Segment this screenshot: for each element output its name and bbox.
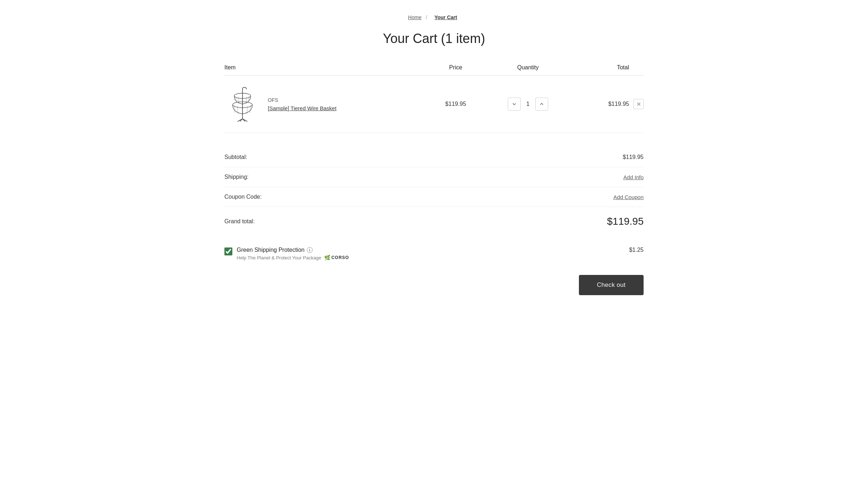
- subtotal-value: $119.95: [623, 154, 644, 160]
- shipping-protection-section: Green Shipping Protection ℹ Help The Pla…: [224, 240, 644, 268]
- item-col: OFS [Sample] Tiered Wire Basket: [224, 84, 420, 124]
- quantity-increase-button[interactable]: [535, 98, 548, 111]
- svg-line-8: [234, 105, 235, 113]
- protection-left: Green Shipping Protection ℹ Help The Pla…: [224, 247, 349, 260]
- price-col: $119.95: [420, 101, 492, 107]
- breadcrumb-current: Your Cart: [434, 14, 457, 20]
- remove-col: ✕: [629, 99, 644, 109]
- total-col: $119.95: [564, 101, 629, 107]
- green-shipping-checkbox[interactable]: [224, 247, 232, 255]
- page-wrapper: Home / Your Cart Your Cart (1 item) Item…: [217, 0, 651, 310]
- svg-line-12: [250, 105, 251, 113]
- protection-title: Green Shipping Protection ℹ: [237, 247, 349, 253]
- add-info-link[interactable]: Add Info: [623, 174, 644, 180]
- protection-text: Green Shipping Protection ℹ Help The Pla…: [237, 247, 349, 260]
- svg-line-6: [248, 96, 249, 103]
- coupon-label: Coupon Code:: [224, 194, 262, 200]
- header-quantity: Quantity: [492, 64, 564, 71]
- cart-table: Item Price Quantity Total: [224, 64, 644, 133]
- header-spacer: [629, 64, 644, 71]
- page-title: Your Cart (1 item): [224, 31, 644, 46]
- chevron-down-icon: [512, 103, 516, 105]
- shipping-label: Shipping:: [224, 174, 249, 180]
- coupon-row: Coupon Code: Add Coupon: [224, 187, 644, 207]
- grand-total-value: $119.95: [607, 216, 644, 227]
- breadcrumb-home-link[interactable]: Home: [408, 14, 421, 20]
- remove-item-button[interactable]: ✕: [633, 99, 644, 109]
- chevron-up-icon: [540, 103, 543, 105]
- protection-price: $1.25: [629, 247, 644, 253]
- quantity-value: 1: [521, 101, 535, 107]
- quantity-col: 1: [492, 98, 564, 111]
- checkout-button[interactable]: Check out: [579, 275, 644, 295]
- breadcrumb-separator: /: [426, 14, 427, 20]
- info-icon[interactable]: ℹ: [307, 247, 313, 253]
- corso-leaf-icon: 🌿: [324, 255, 331, 260]
- checkout-section: Check out: [224, 275, 644, 295]
- shipping-row: Shipping: Add Info: [224, 167, 644, 187]
- product-image-svg: [228, 86, 257, 122]
- product-info: OFS [Sample] Tiered Wire Basket: [268, 97, 336, 111]
- add-coupon-link[interactable]: Add Coupon: [614, 194, 644, 200]
- header-item: Item: [224, 64, 420, 71]
- svg-line-2: [236, 96, 237, 103]
- cart-summary: Subtotal: $119.95 Shipping: Add Info Cou…: [224, 147, 644, 295]
- grand-total-row: Grand total: $119.95: [224, 207, 644, 236]
- subtotal-row: Subtotal: $119.95: [224, 147, 644, 167]
- product-name-link[interactable]: [Sample] Tiered Wire Basket: [268, 105, 336, 111]
- product-brand: OFS: [268, 97, 336, 103]
- product-image: [224, 84, 261, 124]
- header-price: Price: [420, 64, 492, 71]
- protection-subtitle: Help The Planet & Protect Your Package 🌿…: [237, 255, 349, 260]
- header-total: Total: [564, 64, 629, 71]
- table-row: OFS [Sample] Tiered Wire Basket $119.95 …: [224, 76, 644, 133]
- quantity-decrease-button[interactable]: [508, 98, 521, 111]
- grand-total-label: Grand total:: [224, 218, 255, 225]
- corso-logo: 🌿 CORSO: [324, 255, 349, 260]
- cart-table-header: Item Price Quantity Total: [224, 64, 644, 76]
- subtotal-label: Subtotal:: [224, 154, 247, 160]
- breadcrumb: Home / Your Cart: [224, 14, 644, 20]
